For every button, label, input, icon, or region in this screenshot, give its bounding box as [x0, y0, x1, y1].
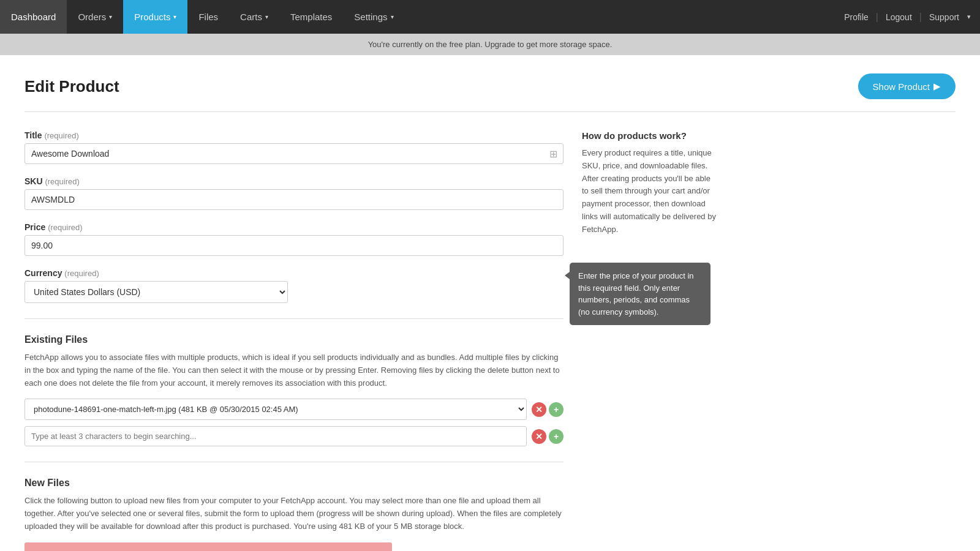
support-button[interactable]: Support — [923, 12, 965, 22]
file-actions-2: ✕ + — [532, 429, 564, 444]
navbar: Dashboard Orders ▾ Products ▾ Files Cart… — [0, 0, 980, 34]
file-add-button-2[interactable]: + — [549, 429, 564, 444]
nav-dashboard-label: Dashboard — [11, 12, 56, 22]
price-group: Price (required) Enter the price of your… — [24, 222, 564, 256]
nav-templates[interactable]: Templates — [279, 0, 343, 34]
file-row-1: photodune-148691-one-match-left-m.jpg (4… — [24, 399, 564, 420]
new-files-desc: Click the following button to upload new… — [24, 495, 564, 533]
upload-button[interactable] — [24, 542, 392, 551]
nav-divider-1: | — [875, 12, 880, 23]
nav-carts[interactable]: Carts ▾ — [229, 0, 279, 34]
support-arrow-icon: ▾ — [967, 13, 971, 21]
file-add-button-1[interactable]: + — [549, 402, 564, 417]
file-search-input[interactable] — [24, 426, 527, 446]
title-input[interactable] — [24, 143, 564, 164]
header-divider — [24, 111, 956, 112]
existing-files-section: Existing Files FetchApp allows you to as… — [24, 334, 564, 446]
nav-right: Profile | Logout | Support ▾ — [829, 0, 980, 34]
nav-settings-label: Settings — [354, 12, 387, 22]
new-files-title: New Files — [24, 478, 564, 489]
file-row-2: ✕ + — [24, 426, 564, 446]
sku-input[interactable] — [24, 189, 564, 210]
nav-files-label: Files — [198, 12, 218, 22]
form-sidebar: How do products work? Every product requ… — [582, 130, 717, 551]
sidebar-help-text: Every product requires a title, unique S… — [582, 147, 717, 236]
title-label: Title (required) — [24, 130, 564, 140]
show-product-label: Show Product — [873, 81, 930, 92]
file-select-1[interactable]: photodune-148691-one-match-left-m.jpg (4… — [24, 399, 527, 420]
price-wrapper: Enter the price of your product in this … — [24, 235, 564, 256]
form-main: Title (required) ⊞ SKU (required) — [24, 130, 564, 551]
logout-button[interactable]: Logout — [880, 12, 918, 22]
section-divider-1 — [24, 318, 564, 319]
nav-products-label: Products — [134, 12, 170, 22]
currency-select[interactable]: United States Dollars (USD) Euro (EUR) B… — [24, 281, 288, 303]
file-select-wrapper-2 — [24, 426, 527, 446]
currency-label: Currency (required) — [24, 268, 564, 278]
currency-group: Currency (required) United States Dollar… — [24, 268, 564, 303]
sku-group: SKU (required) — [24, 176, 564, 210]
upload-btn-wrapper — [24, 542, 564, 551]
existing-files-desc: FetchApp allows you to associate files w… — [24, 351, 564, 389]
nav-products-arrow: ▾ — [173, 13, 176, 20]
nav-dashboard[interactable]: Dashboard — [0, 0, 67, 34]
nav-orders[interactable]: Orders ▾ — [67, 0, 123, 34]
sku-label: SKU (required) — [24, 176, 564, 186]
file-actions-1: ✕ + — [532, 402, 564, 417]
price-tooltip: Enter the price of your product in this … — [570, 263, 710, 325]
new-files-section: New Files Click the following button to … — [24, 478, 564, 551]
price-required-tag: (required) — [48, 223, 82, 232]
main-content: Edit Product Show Product ▶ Title (requi… — [0, 55, 980, 551]
edit-icon[interactable]: ⊞ — [549, 148, 557, 160]
title-input-wrapper: ⊞ — [24, 143, 564, 164]
nav-settings[interactable]: Settings ▾ — [343, 0, 404, 34]
banner-text: You're currently on the free plan. Upgra… — [368, 40, 612, 49]
profile-button[interactable]: Profile — [838, 12, 875, 22]
form-section: Title (required) ⊞ SKU (required) — [24, 130, 956, 551]
nav-files[interactable]: Files — [187, 0, 229, 34]
sidebar-help-title: How do products work? — [582, 130, 717, 141]
currency-required-tag: (required) — [64, 269, 99, 278]
nav-settings-arrow: ▾ — [391, 13, 394, 20]
section-divider-2 — [24, 462, 564, 462]
show-product-button[interactable]: Show Product ▶ — [858, 73, 956, 99]
page-title: Edit Product — [24, 77, 119, 96]
file-remove-button-1[interactable]: ✕ — [532, 402, 546, 417]
nav-carts-arrow: ▾ — [265, 13, 268, 20]
sku-required-tag: (required) — [45, 177, 79, 186]
title-group: Title (required) ⊞ — [24, 130, 564, 164]
nav-templates-label: Templates — [290, 12, 332, 22]
support-menu[interactable]: Support ▾ — [923, 12, 971, 22]
nav-divider-2: | — [918, 12, 923, 23]
file-remove-button-2[interactable]: ✕ — [532, 429, 546, 444]
nav-orders-arrow: ▾ — [109, 13, 112, 20]
page-header: Edit Product Show Product ▶ — [24, 73, 956, 99]
existing-files-title: Existing Files — [24, 334, 564, 345]
nav-orders-label: Orders — [78, 12, 106, 22]
nav-products[interactable]: Products ▾ — [123, 0, 187, 34]
price-input[interactable] — [24, 235, 564, 256]
price-label: Price (required) — [24, 222, 564, 232]
file-select-wrapper-1: photodune-148691-one-match-left-m.jpg (4… — [24, 399, 527, 420]
upgrade-banner: You're currently on the free plan. Upgra… — [0, 34, 980, 55]
nav-carts-label: Carts — [240, 12, 262, 22]
show-product-arrow-icon: ▶ — [933, 81, 941, 92]
title-required-tag: (required) — [44, 131, 78, 140]
nav-left: Dashboard Orders ▾ Products ▾ Files Cart… — [0, 0, 829, 34]
